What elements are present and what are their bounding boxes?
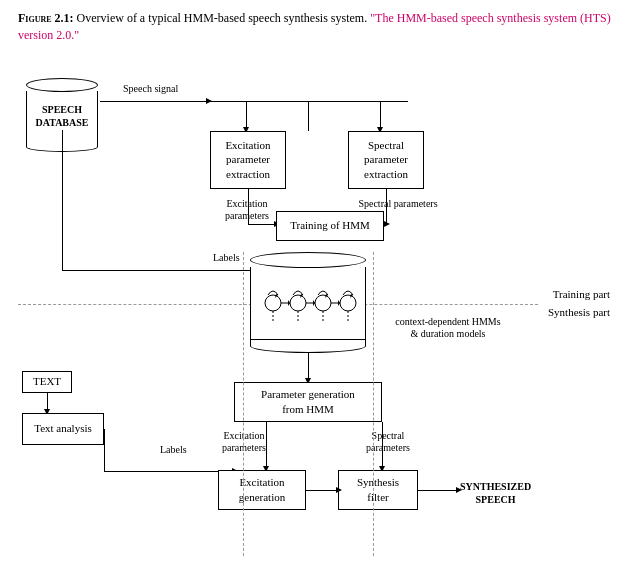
- arrow-tip-spectral-hmm: [384, 221, 390, 227]
- arrow-tip-excitation-synthesis: [336, 487, 342, 493]
- spectral-extraction-label: Spectralparameterextraction: [364, 138, 408, 181]
- arrow-hmm-to-param: [308, 352, 309, 380]
- text-box: TEXT: [22, 371, 72, 393]
- arrow-down-excitation: [246, 101, 247, 129]
- labels-top-label: Labels: [213, 252, 240, 264]
- synthesis-filter-box: Synthesisfilter: [338, 470, 418, 510]
- text-analysis-label: Text analysis: [34, 421, 92, 435]
- arrow-excitation-down: [248, 189, 249, 224]
- h-line-excitation-to-hmm: [248, 224, 276, 225]
- figure-caption: Figure 2.1: Overview of a typical HMM-ba…: [18, 10, 622, 44]
- diagram: SPEECHDATABASE Speech signal Excitationp…: [18, 56, 628, 546]
- text-label: TEXT: [33, 374, 61, 388]
- speech-database-label: SPEECHDATABASE: [36, 103, 89, 129]
- arrow-param-to-spectral-v: [382, 422, 383, 468]
- hmm-cylinder: [250, 252, 366, 353]
- arrow-spectral-down: [386, 189, 387, 224]
- training-hmm-box: Training of HMM: [276, 211, 384, 241]
- text-analysis-box: Text analysis: [22, 413, 104, 445]
- dashed-vertical-left: [243, 252, 244, 556]
- dashed-vertical-right: [373, 252, 374, 556]
- arrow-synthesis-to-speech: [418, 490, 458, 491]
- caption-text: Overview of a typical HMM-based speech s…: [77, 11, 371, 25]
- training-hmm-label: Training of HMM: [290, 218, 370, 232]
- param-generation-label: Parameter generationfrom HMM: [261, 387, 355, 416]
- excitation-params-label-top: Excitationparameters: [208, 198, 286, 222]
- speech-signal-arrow-h: [100, 101, 208, 102]
- excitation-params-label-bottom: Excitationparameters: [204, 430, 284, 454]
- excitation-extraction-label: Excitationparameterextraction: [225, 138, 270, 181]
- arrow-text-analysis-h: [104, 429, 105, 471]
- svg-point-1: [290, 295, 306, 311]
- arrow-down-spectral: [380, 101, 381, 129]
- figure-label: Figure 2.1:: [18, 11, 74, 25]
- speech-signal-v-line: [308, 101, 309, 131]
- excitation-generation-box: Excitationgeneration: [218, 470, 306, 510]
- excitation-generation-label: Excitationgeneration: [239, 475, 285, 504]
- arrow-text-analysis-h2: [104, 471, 234, 472]
- speech-signal-h-line: [210, 101, 310, 102]
- svg-point-3: [340, 295, 356, 311]
- arrow-excitation-to-synthesis-h: [306, 490, 338, 491]
- synthesized-speech-label: SYNTHESIZEDSPEECH: [460, 480, 531, 506]
- spectral-params-label-top: Spectral parameters: [348, 198, 448, 210]
- training-part-label: Training part: [553, 288, 610, 301]
- arrow-param-to-excitation-v: [266, 422, 267, 468]
- svg-marker-5: [288, 300, 290, 306]
- synthesis-part-label: Synthesis part: [548, 306, 610, 319]
- svg-marker-9: [338, 300, 340, 306]
- param-generation-box: Parameter generationfrom HMM: [234, 382, 382, 422]
- labels-bottom-label: Labels: [160, 444, 187, 456]
- speech-signal-label: Speech signal: [123, 83, 178, 95]
- synthesis-filter-label: Synthesisfilter: [357, 475, 399, 504]
- svg-point-2: [315, 295, 331, 311]
- spectral-params-label-bottom: Spectralparameters: [348, 430, 428, 454]
- excitation-extraction-box: Excitationparameterextraction: [210, 131, 286, 189]
- svg-point-0: [265, 295, 281, 311]
- labels-v-line: [62, 130, 63, 270]
- speech-signal-h-right: [308, 101, 408, 102]
- svg-marker-7: [313, 300, 315, 306]
- spectral-extraction-box: Spectralparameterextraction: [348, 131, 424, 189]
- context-dependent-label: context-dependent HMMs& duration models: [383, 316, 513, 340]
